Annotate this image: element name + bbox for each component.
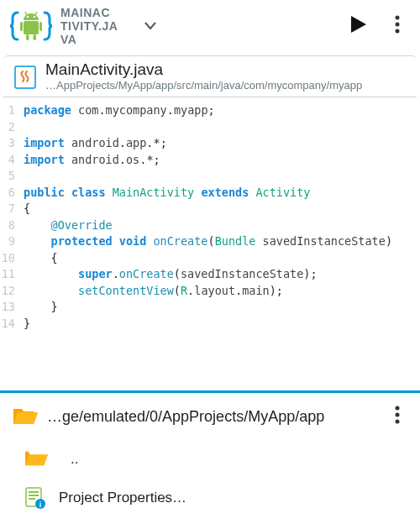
svg-point-13 — [396, 406, 400, 411]
svg-point-11 — [396, 29, 400, 34]
svg-point-10 — [396, 23, 400, 27]
current-path-row[interactable]: …ge/emulated/0/AppProjects/MyApp/app — [0, 393, 420, 440]
code-content[interactable]: package com.mycompany.myapp; import andr… — [24, 102, 420, 332]
file-browser-panel: …ge/emulated/0/AppProjects/MyApp/app .. — [0, 393, 420, 517]
svg-rect-12 — [15, 66, 35, 88]
svg-point-14 — [396, 413, 400, 417]
active-tab-label[interactable]: MAINAC TIVITY.JA VA — [60, 6, 128, 46]
svg-point-7 — [27, 16, 29, 18]
svg-rect-19 — [29, 498, 35, 500]
file-browser-menu-button[interactable] — [383, 397, 412, 436]
file-name: MainActivity.java — [45, 61, 407, 79]
run-button[interactable] — [334, 6, 383, 46]
svg-rect-4 — [34, 34, 37, 40]
toolbar: MAINAC TIVITY.JA VA — [0, 0, 420, 52]
current-path: …ge/emulated/0/AppProjects/MyApp/app — [47, 408, 383, 426]
project-properties-row[interactable]: i Project Properties… — [0, 479, 420, 517]
svg-line-5 — [25, 12, 27, 15]
svg-rect-0 — [24, 21, 39, 34]
folder-open-icon — [24, 448, 49, 470]
svg-rect-2 — [39, 22, 42, 31]
svg-line-6 — [35, 12, 37, 15]
svg-rect-1 — [20, 22, 23, 31]
parent-directory-row[interactable]: .. — [0, 440, 420, 479]
file-header[interactable]: MainActivity.java …AppProjects/MyApp/app… — [3, 55, 417, 97]
svg-rect-17 — [29, 491, 39, 493]
project-properties-icon: i — [24, 486, 47, 510]
android-app-icon — [8, 7, 54, 45]
parent-directory-label: .. — [71, 451, 78, 468]
line-gutter: 1234567891011121314 — [0, 102, 24, 332]
svg-point-9 — [396, 16, 400, 20]
svg-point-15 — [396, 420, 400, 424]
svg-text:i: i — [39, 500, 42, 509]
file-path: …AppProjects/MyApp/app/src/main/java/com… — [45, 79, 407, 92]
svg-rect-18 — [29, 495, 39, 496]
java-file-icon — [13, 65, 37, 88]
svg-point-8 — [34, 16, 35, 18]
project-properties-label: Project Properties… — [59, 490, 186, 506]
code-editor[interactable]: 1234567891011121314 package com.mycompan… — [0, 97, 420, 340]
overflow-menu-button[interactable] — [383, 7, 412, 45]
tab-dropdown-icon[interactable] — [144, 18, 156, 34]
svg-rect-3 — [26, 34, 29, 40]
folder-open-icon — [12, 406, 37, 427]
